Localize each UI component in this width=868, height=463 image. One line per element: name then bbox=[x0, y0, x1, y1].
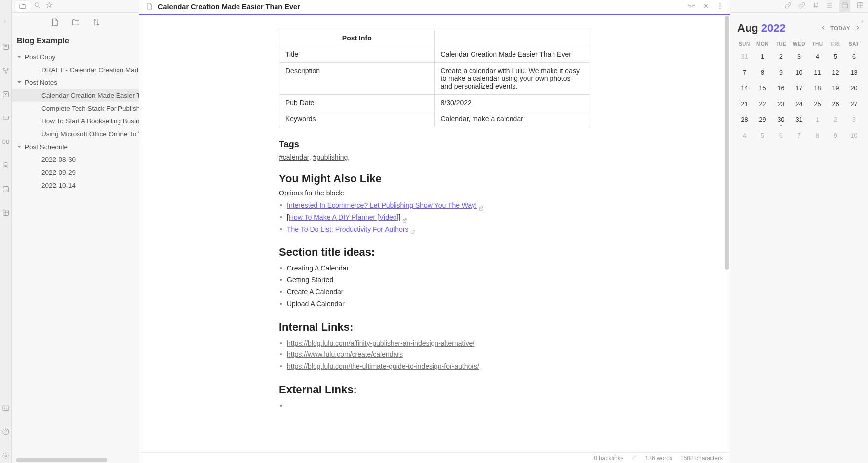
list-item: Upload A Calendar bbox=[279, 298, 590, 310]
internal-heading: Internal Links: bbox=[279, 321, 590, 334]
tag-calendar[interactable]: #calendar bbox=[279, 154, 309, 161]
cal-day[interactable]: 2 bbox=[772, 49, 790, 65]
cal-day[interactable]: 31 bbox=[735, 49, 753, 65]
grid-icon[interactable] bbox=[856, 1, 864, 11]
cal-day[interactable]: 5 bbox=[753, 128, 772, 144]
cal-day[interactable]: 25 bbox=[808, 96, 827, 112]
tree-item[interactable]: 2022-10-14 bbox=[12, 179, 139, 192]
link-icon[interactable] bbox=[784, 1, 792, 11]
cal-today-button[interactable]: TODAY bbox=[830, 25, 850, 31]
new-folder-icon[interactable] bbox=[71, 18, 80, 28]
svg-point-3 bbox=[5, 72, 6, 74]
cal-day[interactable]: 14 bbox=[735, 80, 753, 96]
cal-day[interactable]: 20 bbox=[845, 80, 863, 96]
new-file-icon[interactable] bbox=[50, 18, 59, 28]
tree-item[interactable]: How To Start A Bookselling Business bbox=[12, 115, 139, 127]
iconbar-item-1[interactable] bbox=[1, 42, 10, 51]
cal-day[interactable]: 30 bbox=[772, 112, 790, 128]
cal-day[interactable]: 10 bbox=[845, 128, 863, 144]
cal-day[interactable]: 12 bbox=[827, 65, 845, 80]
cal-day[interactable]: 4 bbox=[808, 49, 827, 65]
cal-day[interactable]: 18 bbox=[808, 80, 827, 96]
cal-day[interactable]: 28 bbox=[735, 112, 753, 128]
ymal-link[interactable]: How To Make A DIY Planner [Video] bbox=[289, 213, 399, 221]
tag-publishing[interactable]: #publishing bbox=[313, 154, 348, 161]
glasses-icon[interactable] bbox=[688, 2, 695, 11]
cal-day[interactable]: 1 bbox=[808, 112, 827, 128]
backlinks-count[interactable]: 0 backlinks bbox=[594, 455, 623, 462]
close-icon[interactable] bbox=[702, 2, 710, 11]
terminal-icon[interactable] bbox=[1, 404, 10, 413]
cal-day[interactable]: 19 bbox=[827, 80, 845, 96]
tab-folder[interactable] bbox=[15, 1, 31, 12]
cal-day[interactable]: 3 bbox=[845, 112, 863, 128]
tree-item[interactable]: 2022-09-29 bbox=[12, 166, 139, 179]
cal-day[interactable]: 6 bbox=[845, 49, 863, 65]
internal-link[interactable]: https://blog.lulu.com/the-ultimate-guide… bbox=[287, 362, 479, 370]
cal-prev-icon[interactable] bbox=[820, 24, 827, 33]
cal-day[interactable]: 6 bbox=[772, 128, 790, 144]
iconbar-item-7[interactable] bbox=[1, 185, 10, 193]
cal-day[interactable]: 23 bbox=[772, 96, 790, 112]
star-icon[interactable] bbox=[45, 1, 53, 11]
cal-day[interactable]: 3 bbox=[790, 49, 808, 65]
cal-day[interactable]: 26 bbox=[827, 96, 845, 112]
svg-point-17 bbox=[720, 6, 721, 7]
calendar-icon[interactable] bbox=[839, 0, 850, 12]
help-icon[interactable] bbox=[1, 427, 10, 436]
hashtag-icon[interactable] bbox=[812, 1, 820, 11]
iconbar-item-6[interactable] bbox=[1, 161, 10, 170]
cal-day[interactable]: 8 bbox=[753, 65, 772, 80]
cal-day[interactable]: 27 bbox=[845, 96, 863, 112]
iconbar-item-3[interactable] bbox=[1, 90, 10, 99]
settings-icon[interactable] bbox=[1, 451, 10, 460]
outline-icon[interactable] bbox=[826, 1, 833, 11]
cal-day[interactable]: 13 bbox=[845, 65, 863, 80]
tree-item[interactable]: 2022-08-30 bbox=[12, 153, 139, 166]
h-scrollbar[interactable] bbox=[12, 456, 139, 463]
cal-day[interactable]: 4 bbox=[735, 128, 753, 144]
cal-day[interactable]: 9 bbox=[827, 128, 845, 144]
cal-day[interactable]: 9 bbox=[772, 65, 790, 80]
content-area[interactable]: Post Info TitleCalendar Creation Made Ea… bbox=[139, 15, 730, 452]
tree-item[interactable]: Using Microsoft Office Online To Write bbox=[12, 127, 139, 140]
iconbar-item-8[interactable] bbox=[1, 208, 10, 217]
cal-day[interactable]: 21 bbox=[735, 96, 753, 112]
cal-day[interactable]: 7 bbox=[735, 65, 753, 80]
ymal-link[interactable]: Interested In Ecommerce? Let Publishing … bbox=[287, 201, 477, 209]
internal-link[interactable]: https://www.lulu.com/create/calendars bbox=[287, 350, 403, 358]
ymal-link[interactable]: The To Do List: Productivity For Authors bbox=[287, 225, 408, 233]
iconbar-item-5[interactable] bbox=[1, 137, 10, 146]
cal-day[interactable]: 5 bbox=[827, 49, 845, 65]
tree-item[interactable]: Calendar Creation Made Easier Than Ev bbox=[12, 89, 139, 102]
cal-day[interactable]: 16 bbox=[772, 80, 790, 96]
collapse-right-icon[interactable] bbox=[859, 18, 866, 26]
cal-day[interactable]: 24 bbox=[790, 96, 808, 112]
iconbar-item-4[interactable] bbox=[1, 114, 10, 122]
cal-day[interactable]: 8 bbox=[808, 128, 827, 144]
collapse-left-icon[interactable] bbox=[2, 18, 8, 26]
v-scrollbar[interactable] bbox=[725, 16, 729, 270]
tree-item[interactable]: DRAFT - Calendar Creation Made Easie bbox=[12, 63, 139, 76]
internal-link[interactable]: https://blog.lulu.com/affinity-publisher… bbox=[287, 339, 474, 347]
cal-day[interactable]: 29 bbox=[753, 112, 772, 128]
cal-day[interactable]: 2 bbox=[827, 112, 845, 128]
cal-day[interactable]: 31 bbox=[790, 112, 808, 128]
tree-item[interactable]: Complete Tech Stack For Publishing bbox=[12, 102, 139, 115]
cal-day[interactable]: 15 bbox=[753, 80, 772, 96]
tree-group[interactable]: Post Schedule bbox=[12, 140, 139, 153]
tree-group[interactable]: Post Copy bbox=[12, 50, 139, 63]
tree-group[interactable]: Post Notes bbox=[12, 76, 139, 89]
outgoing-link-icon[interactable] bbox=[798, 1, 806, 11]
iconbar-item-2[interactable] bbox=[1, 66, 10, 75]
cal-day[interactable]: 7 bbox=[790, 128, 808, 144]
edit-icon[interactable] bbox=[631, 454, 637, 462]
cal-day[interactable]: 11 bbox=[808, 65, 827, 80]
sort-icon[interactable] bbox=[92, 18, 101, 28]
cal-day[interactable]: 17 bbox=[790, 80, 808, 96]
cal-day[interactable]: 10 bbox=[790, 65, 808, 80]
more-icon[interactable] bbox=[716, 2, 724, 11]
search-icon[interactable] bbox=[34, 1, 41, 11]
cal-day[interactable]: 1 bbox=[753, 49, 772, 65]
cal-day[interactable]: 22 bbox=[753, 96, 772, 112]
